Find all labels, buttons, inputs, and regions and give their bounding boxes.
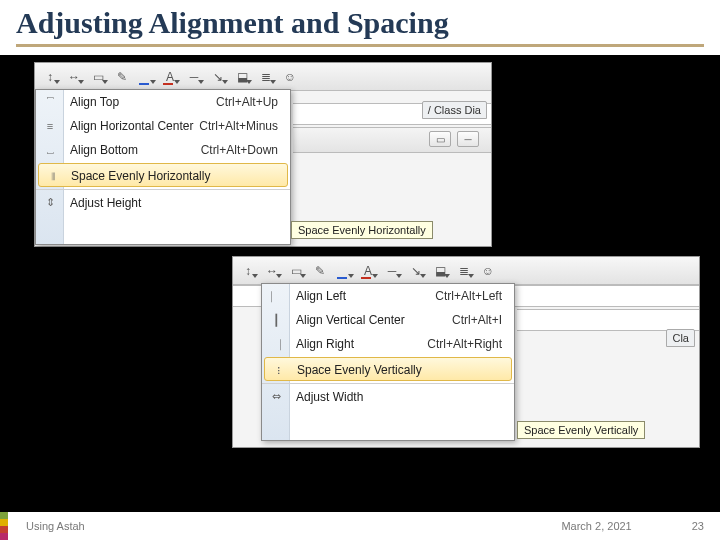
tab-class-diagram[interactable]: / Class Dia <box>422 101 487 119</box>
footer-left: Using Astah <box>26 520 85 532</box>
pen-icon[interactable]: ✎ <box>309 261 331 281</box>
menu-item-space-horizontally[interactable]: ⫴ Space Evenly Horizontally <box>38 163 288 187</box>
menu-shortcut: Ctrl+Alt+I <box>452 313 502 327</box>
menu-item-adjust-width[interactable]: ⇔ Adjust Width <box>262 383 514 407</box>
line-style-icon[interactable]: ─ <box>183 67 205 87</box>
menu-item-align-left[interactable]: ⎸ Align Left Ctrl+Alt+Left <box>262 284 514 308</box>
halign-dropdown-icon[interactable]: ↕ <box>237 261 259 281</box>
menu-label: Space Evenly Vertically <box>297 363 422 377</box>
mini-btn-2[interactable]: ─ <box>457 131 479 147</box>
menu-label: Align Bottom <box>70 143 138 157</box>
fill-color-icon[interactable]: A <box>357 261 379 281</box>
smiley-icon[interactable]: ☺ <box>477 261 499 281</box>
menu-label: Adjust Width <box>296 390 363 404</box>
tab-class-diagram[interactable]: Cla <box>666 329 695 347</box>
underline-color-icon[interactable] <box>135 67 157 87</box>
accent-chip <box>0 512 8 540</box>
valign-menu: ⎸ Align Left Ctrl+Alt+Left ┃ Align Verti… <box>261 283 515 441</box>
menu-shortcut: Ctrl+Alt+Right <box>427 337 502 351</box>
menu-item-align-hcenter[interactable]: ≡ Align Horizontal Center Ctrl+Alt+Minus <box>36 114 290 138</box>
menu-shortcut: Ctrl+Alt+Minus <box>199 119 278 133</box>
connector-icon[interactable]: ↘ <box>207 67 229 87</box>
adjust-height-icon: ⇕ <box>42 195 58 211</box>
valign-dropdown-icon[interactable]: ↔ <box>63 67 85 87</box>
title-region: Adjusting Alignment and Spacing <box>0 0 720 55</box>
underline-color-icon[interactable] <box>333 261 355 281</box>
menu-item-space-vertically[interactable]: ⫶ Space Evenly Vertically <box>264 357 512 381</box>
tooltip-space-vertically: Space Evenly Vertically <box>517 421 645 439</box>
menu-item-align-bottom[interactable]: ⎵ Align Bottom Ctrl+Alt+Down <box>36 138 290 162</box>
pen-icon[interactable]: ✎ <box>111 67 133 87</box>
toolbar: ↕ ↔ ▭ ✎ A ─ ↘ ⬓ ≣ ☺ <box>233 257 699 285</box>
align-bottom-icon: ⎵ <box>42 142 58 158</box>
fill-color-icon[interactable]: A <box>159 67 181 87</box>
menu-label: Adjust Height <box>70 196 141 210</box>
rect-dropdown-icon[interactable]: ▭ <box>87 67 109 87</box>
menu-shortcut: Ctrl+Alt+Up <box>216 95 278 109</box>
line-style-icon[interactable]: ─ <box>381 261 403 281</box>
rect-dropdown-icon[interactable]: ▭ <box>285 261 307 281</box>
bg-tabstrip2 <box>517 309 699 331</box>
menu-label: Align Right <box>296 337 354 351</box>
menu-label: Align Vertical Center <box>296 313 405 327</box>
list-icon[interactable]: ≣ <box>255 67 277 87</box>
menu-shortcut: Ctrl+Alt+Down <box>201 143 278 157</box>
page-number: 23 <box>692 520 704 532</box>
menu-label: Align Left <box>296 289 346 303</box>
menu-label: Align Top <box>70 95 119 109</box>
align-top-icon: ⎴ <box>42 94 58 110</box>
space-h-icon: ⫴ <box>45 168 61 184</box>
mini-btn-1[interactable]: ▭ <box>429 131 451 147</box>
align-right-icon: ⎹ <box>268 336 284 352</box>
align-left-icon: ⎸ <box>268 288 284 304</box>
menu-item-align-top[interactable]: ⎴ Align Top Ctrl+Alt+Up <box>36 90 290 114</box>
menu-item-align-right[interactable]: ⎹ Align Right Ctrl+Alt+Right <box>262 332 514 356</box>
valign-dropdown-icon[interactable]: ↔ <box>261 261 283 281</box>
footer-date: March 2, 2021 <box>561 520 631 532</box>
toolbar: ↕ ↔ ▭ ✎ A ─ ↘ ⬓ ≣ ☺ <box>35 63 491 91</box>
smiley-icon[interactable]: ☺ <box>279 67 301 87</box>
connector-icon[interactable]: ↘ <box>405 261 427 281</box>
halign-dropdown-icon[interactable]: ↕ <box>39 67 61 87</box>
tooltip-space-horizontally: Space Evenly Horizontally <box>291 221 433 239</box>
align-hcenter-icon: ≡ <box>42 118 58 134</box>
menu-item-adjust-height[interactable]: ⇕ Adjust Height <box>36 189 290 213</box>
menu-shortcut: Ctrl+Alt+Left <box>435 289 502 303</box>
space-v-icon: ⫶ <box>271 362 287 378</box>
menu-item-align-vcenter[interactable]: ┃ Align Vertical Center Ctrl+Alt+I <box>262 308 514 332</box>
menu-label: Align Horizontal Center <box>70 119 193 133</box>
halign-menu: ⎴ Align Top Ctrl+Alt+Up ≡ Align Horizont… <box>35 89 291 245</box>
tree-icon[interactable]: ⬓ <box>429 261 451 281</box>
screenshot-horizontal-alignment: ↕ ↔ ▭ ✎ A ─ ↘ ⬓ ≣ ☺ / Class Dia ▭ ─ ⎴ Al… <box>34 62 492 247</box>
screenshot-vertical-alignment: ↕ ↔ ▭ ✎ A ─ ↘ ⬓ ≣ ☺ Cla ⎸ Align Left Ctr… <box>232 256 700 448</box>
list-icon[interactable]: ≣ <box>453 261 475 281</box>
menu-label: Space Evenly Horizontally <box>71 169 210 183</box>
slide-footer: Using Astah March 2, 2021 23 <box>0 512 720 540</box>
slide-title: Adjusting Alignment and Spacing <box>16 6 704 40</box>
align-vcenter-icon: ┃ <box>268 312 284 328</box>
adjust-width-icon: ⇔ <box>268 389 284 405</box>
tree-icon[interactable]: ⬓ <box>231 67 253 87</box>
